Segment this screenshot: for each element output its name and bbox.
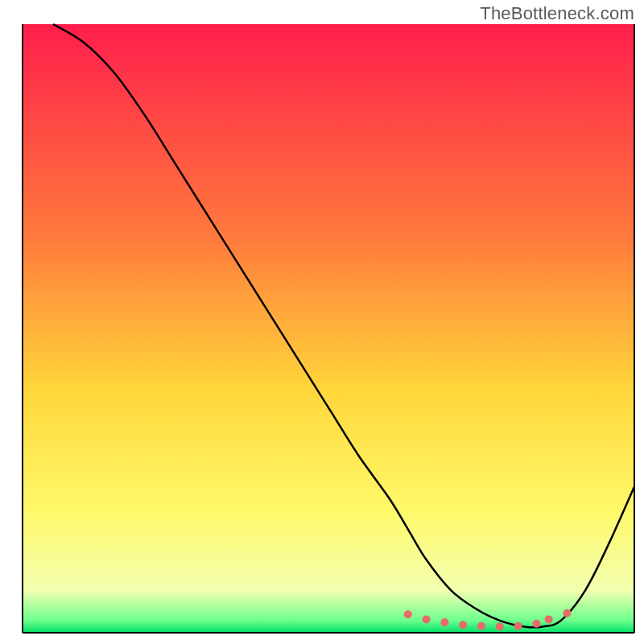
highlight-dot bbox=[404, 610, 412, 618]
bottleneck-chart bbox=[0, 0, 644, 644]
highlight-dot bbox=[459, 621, 467, 629]
highlight-dot bbox=[563, 609, 571, 617]
chart-frame: TheBottleneck.com bbox=[0, 0, 644, 644]
highlight-dot bbox=[514, 622, 522, 630]
highlight-dot bbox=[477, 622, 485, 630]
highlight-dot bbox=[423, 615, 431, 623]
highlight-dot bbox=[440, 618, 448, 626]
highlight-dot bbox=[532, 620, 540, 628]
attribution-text: TheBottleneck.com bbox=[480, 3, 634, 24]
highlight-dot bbox=[545, 615, 553, 623]
plot-background bbox=[23, 24, 634, 633]
highlight-dot bbox=[496, 622, 504, 630]
